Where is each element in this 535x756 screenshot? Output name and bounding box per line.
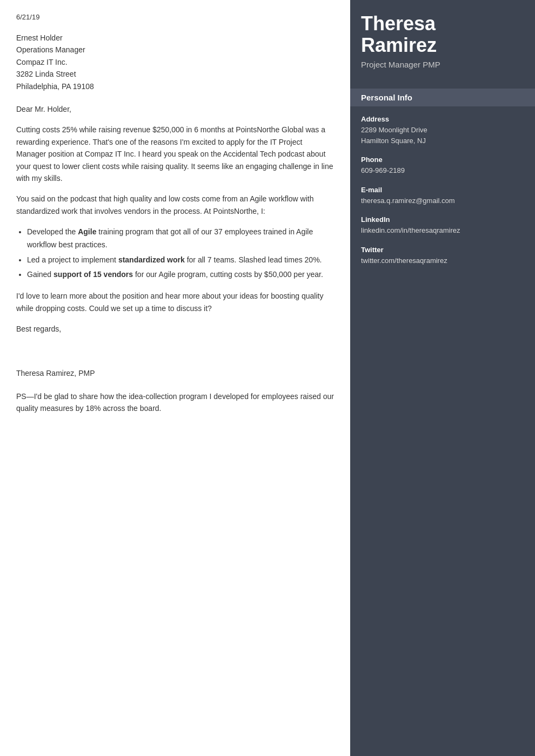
personal-info-header: Personal Info (350, 89, 535, 106)
email-label: E-mail (361, 186, 524, 194)
paragraph-2-intro: You said on the podcast that high qualit… (16, 193, 334, 217)
letter-date: 6/21/19 (16, 13, 334, 21)
recipient-title: Operations Manager (16, 44, 334, 56)
linkedin-value: linkedin.com/in/theresaqramirez (361, 225, 524, 236)
bullet-2-suffix: for all 7 teams. Slashed lead times 20%. (185, 255, 322, 264)
address-label: Address (361, 115, 524, 123)
address-line2: Hamilton Square, NJ (361, 136, 524, 146)
bullet-2-bold: standardized work (118, 255, 185, 264)
phone-label: Phone (361, 156, 524, 164)
bullet-2-prefix: Led a project to implement (27, 255, 118, 264)
paragraph-3: I'd love to learn more about the positio… (16, 290, 334, 314)
ps-text: PS—I'd be glad to share how the idea-col… (16, 390, 334, 415)
recipient-name: Ernest Holder (16, 32, 334, 44)
twitter-block: Twitter twitter.com/theresaqramirez (361, 246, 524, 266)
recipient-company: Compaz IT Inc. (16, 56, 334, 68)
bullet-list: Developed the Agile training program tha… (16, 226, 334, 281)
twitter-label: Twitter (361, 246, 524, 254)
recipient-city: Philadelphia, PA 19108 (16, 80, 334, 92)
address-block: Address 2289 Moonlight Drive Hamilton Sq… (361, 115, 524, 146)
sidebar-panel: Theresa Ramirez Project Manager PMP Pers… (350, 0, 535, 756)
name-line2: Ramirez (361, 34, 437, 56)
closing: Best regards, (16, 323, 334, 335)
address-line1: 2289 Moonlight Drive (361, 125, 524, 136)
bullet-3-suffix: for our Agile program, cutting costs by … (133, 270, 323, 279)
paragraph-1: Cutting costs 25% while raising revenue … (16, 124, 334, 184)
bullet-1: Developed the Agile training program tha… (27, 226, 334, 252)
linkedin-label: LinkedIn (361, 215, 524, 224)
bullet-3-prefix: Gained (27, 270, 54, 279)
bullet-1-prefix: Developed the (27, 227, 78, 236)
email-value: theresa.q.ramirez@gmail.com (361, 195, 524, 206)
recipient-street: 3282 Linda Street (16, 68, 334, 80)
phone-value: 609-969-2189 (361, 165, 524, 176)
email-block: E-mail theresa.q.ramirez@gmail.com (361, 186, 524, 206)
job-title: Project Manager PMP (361, 60, 524, 69)
bullet-2: Led a project to implement standardized … (27, 254, 334, 267)
name-line1: Theresa (361, 12, 436, 35)
twitter-value: twitter.com/theresaqramirez (361, 255, 524, 266)
bullet-3-bold: support of 15 vendors (54, 270, 133, 279)
bullet-3: Gained support of 15 vendors for our Agi… (27, 268, 334, 281)
bullet-1-bold: Agile (78, 227, 96, 236)
signature: Theresa Ramirez, PMP (16, 367, 334, 379)
linkedin-block: LinkedIn linkedin.com/in/theresaqramirez (361, 215, 524, 236)
salutation: Dear Mr. Holder, (16, 103, 334, 115)
recipient-block: Ernest Holder Operations Manager Compaz … (16, 32, 334, 92)
letter-panel: 6/21/19 Ernest Holder Operations Manager… (0, 0, 350, 756)
name-title-block: Theresa Ramirez Project Manager PMP (361, 13, 524, 78)
phone-block: Phone 609-969-2189 (361, 156, 524, 176)
candidate-name: Theresa Ramirez (361, 13, 524, 56)
